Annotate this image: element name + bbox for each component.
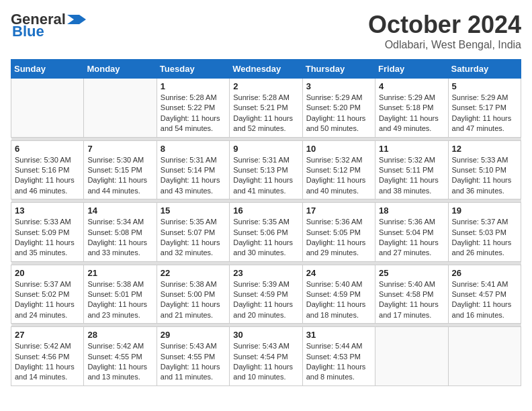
calendar-cell: 27Sunrise: 5:42 AMSunset: 4:56 PMDayligh… (11, 327, 84, 386)
calendar-cell: 26Sunrise: 5:41 AMSunset: 4:57 PMDayligh… (448, 265, 521, 324)
day-info: Sunrise: 5:30 AMSunset: 5:16 PMDaylight:… (15, 155, 80, 197)
sunset-text: Sunset: 5:02 PM (15, 289, 80, 300)
sunrise-text: Sunrise: 5:42 AM (15, 341, 80, 351)
calendar-cell: 12Sunrise: 5:33 AMSunset: 5:10 PMDayligh… (448, 140, 521, 199)
sunset-text: Sunset: 5:00 PM (161, 289, 226, 300)
daylight-text: Daylight: 11 hours and 13 minutes. (87, 362, 152, 383)
daylight-text: Daylight: 11 hours and 21 minutes. (161, 300, 226, 320)
sunset-text: Sunset: 5:11 PM (379, 165, 444, 175)
calendar-week-5: 27Sunrise: 5:42 AMSunset: 4:56 PMDayligh… (11, 327, 521, 386)
sunset-text: Sunset: 4:58 PM (379, 289, 444, 300)
sunrise-text: Sunrise: 5:41 AM (452, 279, 517, 289)
sunset-text: Sunset: 5:13 PM (233, 165, 298, 175)
sunset-text: Sunset: 4:59 PM (306, 289, 371, 300)
daylight-text: Daylight: 11 hours and 26 minutes. (452, 238, 517, 259)
day-number: 22 (161, 268, 226, 278)
daylight-text: Daylight: 11 hours and 36 minutes. (452, 175, 517, 196)
daylight-text: Daylight: 11 hours and 14 minutes. (15, 362, 80, 383)
sunrise-text: Sunrise: 5:29 AM (379, 93, 444, 103)
calendar-cell: 18Sunrise: 5:36 AMSunset: 5:04 PMDayligh… (375, 203, 448, 262)
daylight-text: Daylight: 11 hours and 49 minutes. (379, 113, 444, 134)
calendar-week-3: 13Sunrise: 5:33 AMSunset: 5:09 PMDayligh… (11, 203, 521, 262)
day-info: Sunrise: 5:33 AMSunset: 5:09 PMDaylight:… (15, 217, 80, 259)
day-number: 27 (15, 330, 80, 340)
page-header: General Blue October 2024 Odlabari, West… (11, 11, 521, 51)
calendar-cell (375, 327, 448, 386)
sunrise-text: Sunrise: 5:43 AM (161, 341, 226, 351)
day-info: Sunrise: 5:28 AMSunset: 5:21 PMDaylight:… (233, 93, 298, 134)
daylight-text: Daylight: 11 hours and 50 minutes. (306, 113, 371, 134)
calendar-cell (11, 79, 84, 138)
daylight-text: Daylight: 11 hours and 41 minutes. (233, 175, 298, 196)
day-info: Sunrise: 5:36 AMSunset: 5:05 PMDaylight:… (306, 217, 371, 259)
weekday-thursday: Thursday (302, 60, 375, 79)
month-title: October 2024 (368, 11, 521, 39)
calendar-cell: 22Sunrise: 5:38 AMSunset: 5:00 PMDayligh… (157, 265, 229, 324)
sunset-text: Sunset: 5:17 PM (452, 103, 517, 113)
sunrise-text: Sunrise: 5:40 AM (379, 279, 444, 289)
sunrise-text: Sunrise: 5:42 AM (87, 341, 152, 351)
day-number: 2 (233, 81, 298, 91)
calendar-cell: 8Sunrise: 5:31 AMSunset: 5:14 PMDaylight… (157, 140, 229, 199)
sunrise-text: Sunrise: 5:28 AM (233, 93, 298, 103)
calendar-week-1: 1Sunrise: 5:28 AMSunset: 5:22 PMDaylight… (11, 79, 521, 138)
calendar-cell: 19Sunrise: 5:37 AMSunset: 5:03 PMDayligh… (448, 203, 521, 262)
sunrise-text: Sunrise: 5:44 AM (306, 341, 371, 351)
daylight-text: Daylight: 11 hours and 20 minutes. (233, 300, 298, 320)
calendar-cell: 14Sunrise: 5:34 AMSunset: 5:08 PMDayligh… (84, 203, 157, 262)
day-number: 10 (306, 144, 371, 154)
day-number: 23 (233, 268, 298, 278)
calendar-cell (448, 327, 521, 386)
calendar-cell: 16Sunrise: 5:35 AMSunset: 5:06 PMDayligh… (230, 203, 302, 262)
day-info: Sunrise: 5:29 AMSunset: 5:20 PMDaylight:… (306, 93, 371, 134)
day-number: 5 (452, 81, 517, 91)
sunset-text: Sunset: 4:54 PM (233, 352, 298, 362)
daylight-text: Daylight: 11 hours and 16 minutes. (452, 300, 517, 320)
sunrise-text: Sunrise: 5:38 AM (87, 279, 152, 289)
sunset-text: Sunset: 5:15 PM (87, 165, 152, 175)
sunrise-text: Sunrise: 5:29 AM (452, 93, 517, 103)
sunset-text: Sunset: 5:14 PM (161, 165, 226, 175)
day-number: 16 (233, 205, 298, 216)
day-info: Sunrise: 5:37 AMSunset: 5:03 PMDaylight:… (452, 217, 517, 259)
sunset-text: Sunset: 5:05 PM (306, 228, 371, 238)
sunset-text: Sunset: 5:06 PM (233, 228, 298, 238)
sunrise-text: Sunrise: 5:43 AM (233, 341, 298, 351)
sunrise-text: Sunrise: 5:28 AM (161, 93, 226, 103)
calendar-table: SundayMondayTuesdayWednesdayThursdayFrid… (11, 59, 521, 386)
daylight-text: Daylight: 11 hours and 54 minutes. (161, 113, 226, 134)
sunrise-text: Sunrise: 5:31 AM (233, 155, 298, 165)
sunset-text: Sunset: 4:57 PM (452, 289, 517, 300)
calendar-cell: 6Sunrise: 5:30 AMSunset: 5:16 PMDaylight… (11, 140, 84, 199)
daylight-text: Daylight: 11 hours and 24 minutes. (15, 300, 80, 320)
sunset-text: Sunset: 5:16 PM (15, 165, 80, 175)
sunrise-text: Sunrise: 5:32 AM (306, 155, 371, 165)
sunrise-text: Sunrise: 5:33 AM (15, 217, 80, 227)
day-number: 29 (161, 330, 226, 340)
day-number: 24 (306, 268, 371, 278)
day-info: Sunrise: 5:36 AMSunset: 5:04 PMDaylight:… (379, 217, 444, 259)
day-info: Sunrise: 5:29 AMSunset: 5:17 PMDaylight:… (452, 93, 517, 134)
calendar-cell: 4Sunrise: 5:29 AMSunset: 5:18 PMDaylight… (375, 79, 448, 138)
calendar-cell: 3Sunrise: 5:29 AMSunset: 5:20 PMDaylight… (302, 79, 375, 138)
sunrise-text: Sunrise: 5:36 AM (306, 217, 371, 227)
daylight-text: Daylight: 11 hours and 47 minutes. (452, 113, 517, 134)
calendar-cell: 31Sunrise: 5:44 AMSunset: 4:53 PMDayligh… (302, 327, 375, 386)
calendar-week-2: 6Sunrise: 5:30 AMSunset: 5:16 PMDaylight… (11, 140, 521, 199)
sunrise-text: Sunrise: 5:34 AM (87, 217, 152, 227)
day-info: Sunrise: 5:42 AMSunset: 4:55 PMDaylight:… (87, 341, 152, 383)
day-info: Sunrise: 5:28 AMSunset: 5:22 PMDaylight:… (161, 93, 226, 134)
calendar-cell: 2Sunrise: 5:28 AMSunset: 5:21 PMDaylight… (230, 79, 302, 138)
calendar-cell: 17Sunrise: 5:36 AMSunset: 5:05 PMDayligh… (302, 203, 375, 262)
day-info: Sunrise: 5:44 AMSunset: 4:53 PMDaylight:… (306, 341, 371, 383)
calendar-cell: 1Sunrise: 5:28 AMSunset: 5:22 PMDaylight… (157, 79, 229, 138)
sunset-text: Sunset: 5:09 PM (15, 228, 80, 238)
day-number: 1 (161, 81, 226, 91)
day-info: Sunrise: 5:35 AMSunset: 5:07 PMDaylight:… (161, 217, 226, 259)
day-number: 12 (452, 144, 517, 154)
weekday-monday: Monday (84, 60, 157, 79)
day-number: 4 (379, 81, 444, 91)
day-number: 31 (306, 330, 371, 340)
day-number: 13 (15, 205, 80, 216)
daylight-text: Daylight: 11 hours and 18 minutes. (306, 300, 371, 320)
